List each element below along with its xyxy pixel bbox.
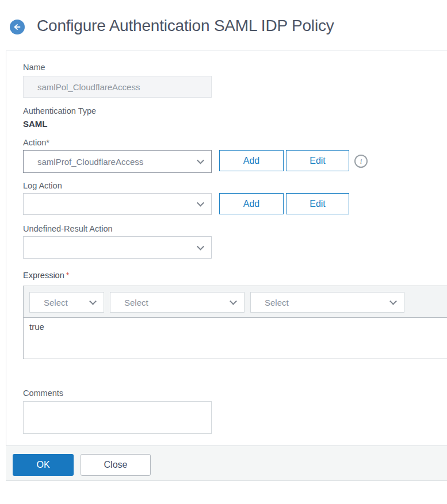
chevron-down-icon <box>389 298 397 305</box>
ok-button[interactable]: OK <box>13 454 74 476</box>
expression-select-1[interactable]: Select <box>29 292 104 313</box>
chevron-down-icon <box>197 243 204 250</box>
expression-toolbar: Select Select Select <box>24 286 447 318</box>
expression-label-text: Expression <box>23 271 64 280</box>
back-arrow-icon <box>12 22 22 32</box>
back-button[interactable] <box>10 20 25 34</box>
log-action-edit-button[interactable]: Edit <box>286 193 349 214</box>
chevron-down-icon <box>230 298 237 305</box>
undefined-result-action-label: Undefined-Result Action <box>23 224 113 233</box>
expression-select-3[interactable]: Select <box>250 292 404 313</box>
close-button[interactable]: Close <box>81 454 151 476</box>
required-asterisk: * <box>66 271 70 280</box>
comments-label: Comments <box>23 388 63 398</box>
info-icon[interactable]: i <box>354 155 368 168</box>
log-action-select[interactable] <box>23 193 212 215</box>
name-value: samlPol_CloudflareAccess <box>37 82 140 92</box>
select-placeholder: Select <box>44 298 68 307</box>
log-action-label: Log Action <box>23 181 62 190</box>
expression-textarea[interactable]: true <box>24 318 447 359</box>
action-label: Action* <box>23 138 49 147</box>
action-add-button[interactable]: Add <box>219 150 284 171</box>
log-action-add-button[interactable]: Add <box>219 193 284 214</box>
chevron-down-icon <box>197 157 204 164</box>
action-select[interactable]: samlProf_CloudflareAccess <box>23 150 212 173</box>
expression-select-2[interactable]: Select <box>110 292 244 313</box>
expression-editor: Select Select Select true <box>23 286 447 359</box>
name-input[interactable]: samlPol_CloudflareAccess <box>23 76 212 98</box>
select-placeholder: Select <box>124 298 148 307</box>
action-edit-button[interactable]: Edit <box>286 150 349 171</box>
authentication-type-label: Authentication Type <box>23 106 96 116</box>
chevron-down-icon <box>89 298 97 305</box>
authentication-type-value: SAML <box>23 119 48 129</box>
footer-bar: OK Close <box>6 445 447 481</box>
chevron-down-icon <box>197 199 204 207</box>
configure-saml-idp-policy-screen: Configure Authentication SAML IDP Policy… <box>0 0 447 504</box>
comments-textarea[interactable] <box>23 401 212 434</box>
expression-label: Expression* <box>23 271 69 280</box>
undefined-result-action-select[interactable] <box>23 236 212 259</box>
page-title: Configure Authentication SAML IDP Policy <box>37 17 334 35</box>
select-placeholder: Select <box>265 298 289 307</box>
action-selected-value: samlProf_CloudflareAccess <box>37 157 143 167</box>
name-label: Name <box>23 63 45 72</box>
